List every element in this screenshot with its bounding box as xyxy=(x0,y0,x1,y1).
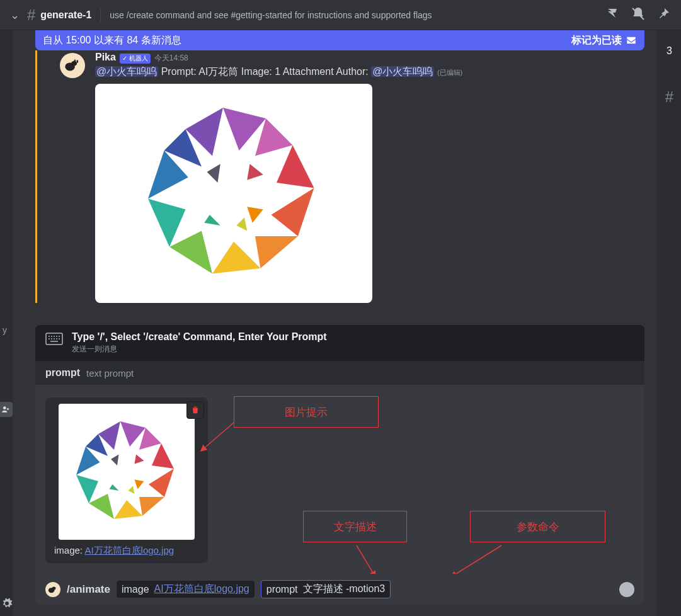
prompt-description: text prompt xyxy=(86,368,134,379)
svg-marker-49 xyxy=(129,486,135,494)
new-messages-banner[interactable]: 自从 15:00 以来有 84 条新消息 标记为已读 xyxy=(35,30,644,50)
message-header: Pika ✓ 机器人 今天14:58 xyxy=(95,52,644,64)
svg-point-5 xyxy=(74,59,76,62)
slash-title: Type '/', Select '/create' Command, Ente… xyxy=(72,331,327,343)
message-content: @小火车呜呜 Prompt: AI万花筒 Image: 1 Attachment… xyxy=(95,65,644,79)
svg-point-4 xyxy=(77,60,79,63)
svg-marker-48 xyxy=(110,484,119,491)
command-name: /animate xyxy=(67,583,110,596)
svg-point-3 xyxy=(71,61,77,66)
upload-card: image: AI万花筒白底logo.jpg xyxy=(45,397,208,563)
right-sidebar: 3 # xyxy=(657,30,681,616)
command-option-prompt[interactable]: prompt 文字描述 -motion3 xyxy=(261,580,391,598)
add-member-icon[interactable] xyxy=(0,402,13,417)
edited-indicator: (已编辑) xyxy=(437,69,462,76)
channel-name: generate-1 xyxy=(40,9,91,21)
svg-marker-41 xyxy=(89,494,114,519)
header-divider xyxy=(100,8,101,23)
svg-marker-10 xyxy=(272,188,314,237)
notification-muted-icon[interactable] xyxy=(631,6,646,24)
svg-marker-14 xyxy=(148,199,186,248)
svg-marker-18 xyxy=(207,164,220,183)
annotation-image-hint: 图片提示 xyxy=(234,396,379,428)
annotation-param-cmd: 参数命令 xyxy=(470,511,605,542)
annotation-text-desc: 文字描述 xyxy=(303,511,407,542)
message-input[interactable]: /animate image AI万花筒白底logo.jpg prompt 文字… xyxy=(35,574,644,605)
chevron-down-icon[interactable]: ⌄ xyxy=(5,8,25,22)
left-sidebar: y xyxy=(0,30,13,616)
svg-marker-37 xyxy=(152,443,174,469)
upload-caption: image: AI万花筒白底logo.jpg xyxy=(52,545,202,557)
svg-point-57 xyxy=(52,586,56,590)
header-toolbar xyxy=(605,6,676,24)
svg-line-55 xyxy=(451,545,501,574)
command-app-avatar xyxy=(45,582,60,597)
sidebar-label: y xyxy=(3,325,7,335)
svg-marker-19 xyxy=(247,207,263,224)
keyboard-icon xyxy=(45,333,63,348)
svg-marker-21 xyxy=(236,218,247,231)
message-list: Pika ✓ 机器人 今天14:58 @小火车呜呜 Prompt: AI万花筒 … xyxy=(35,50,657,303)
upload-thumbnail[interactable] xyxy=(59,404,195,540)
svg-marker-39 xyxy=(139,497,164,516)
prompt-label: prompt xyxy=(45,367,80,379)
svg-marker-46 xyxy=(111,455,119,466)
svg-line-51 xyxy=(201,423,234,451)
main-content: 自从 15:00 以来有 84 条新消息 标记为已读 Pika ✓ 机器人 今天… xyxy=(13,30,657,616)
emoji-picker-button[interactable] xyxy=(619,582,634,597)
message: Pika ✓ 机器人 今天14:58 @小火车呜呜 Prompt: AI万花筒 … xyxy=(60,50,657,303)
hash-icon: # xyxy=(658,88,681,106)
bot-badge: ✓ 机器人 xyxy=(120,54,151,64)
prompt-option-row[interactable]: prompt text prompt xyxy=(35,361,644,385)
message-attachment[interactable] xyxy=(95,84,372,303)
svg-marker-45 xyxy=(135,455,144,464)
slash-command-panel: Type '/', Select '/create' Command, Ente… xyxy=(35,325,644,574)
svg-marker-17 xyxy=(247,164,263,181)
svg-marker-47 xyxy=(135,480,144,489)
svg-marker-13 xyxy=(169,231,212,274)
banner-text: 自从 15:00 以来有 84 条新消息 xyxy=(43,34,181,47)
upload-area: image: AI万花筒白底logo.jpg 图片提示 文字描述 参数命令 xyxy=(35,385,644,574)
user-mention[interactable]: @小火车呜呜 xyxy=(371,66,434,77)
svg-marker-12 xyxy=(212,242,261,274)
svg-point-1 xyxy=(3,406,6,409)
svg-marker-20 xyxy=(204,215,220,225)
message-author[interactable]: Pika xyxy=(95,52,116,63)
slash-subtitle: 发送一则消息 xyxy=(72,344,327,355)
upload-filename[interactable]: AI万花筒白底logo.jpg xyxy=(84,545,174,556)
member-count: 3 xyxy=(658,45,681,57)
command-option-image[interactable]: image AI万花筒白底logo.jpg xyxy=(117,581,255,598)
channel-header: ⌄ # generate-1 use /create command and s… xyxy=(0,0,681,30)
svg-marker-9 xyxy=(277,145,314,188)
svg-marker-11 xyxy=(255,236,298,268)
threads-icon[interactable] xyxy=(605,6,621,24)
mark-read-button[interactable]: 标记为已读 xyxy=(571,34,637,47)
message-timestamp: 今天14:58 xyxy=(154,53,188,64)
svg-marker-42 xyxy=(76,475,98,503)
pin-icon[interactable] xyxy=(656,6,671,24)
svg-marker-38 xyxy=(149,469,174,497)
user-mention[interactable]: @小火车呜呜 xyxy=(95,66,158,77)
channel-topic[interactable]: use /create command and see #getting-sta… xyxy=(110,10,605,20)
avatar[interactable] xyxy=(60,53,85,78)
slash-header[interactable]: Type '/', Select '/create' Command, Ente… xyxy=(35,325,644,361)
svg-marker-40 xyxy=(114,500,142,519)
gear-icon[interactable] xyxy=(1,598,13,611)
hash-icon: # xyxy=(27,6,35,24)
svg-line-53 xyxy=(357,545,375,574)
